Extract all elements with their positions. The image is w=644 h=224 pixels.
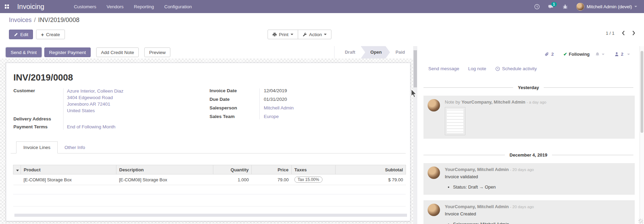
create-button[interactable]: + Create [36, 30, 65, 39]
table-row[interactable]: [E-COM08] Storage Box [E-COM08] Storage … [13, 174, 406, 185]
empty-row-separator [13, 194, 406, 194]
avatar[interactable] [428, 99, 440, 111]
chatter-message-note: Note by YourCompany, Mitchell Admin - a … [423, 96, 635, 139]
status-step-paid[interactable]: Paid [390, 46, 410, 58]
customer-name-link[interactable]: Azure Interior, Colleen Diaz [67, 88, 201, 94]
bell-icon[interactable] [595, 52, 600, 57]
menu-item-reporting[interactable]: Reporting [134, 4, 154, 9]
customer-label: Customer [13, 88, 63, 114]
topbar-right: 1 Mitchell Admin (devel) [534, 3, 644, 11]
salesperson-value[interactable]: Mitchell Admin [264, 105, 294, 110]
delivery-address-label: Delivery Address [13, 116, 63, 122]
scrollbar-thumb[interactable] [414, 50, 417, 87]
chevron-down-icon [602, 54, 605, 55]
chevron-down-icon [324, 34, 327, 35]
tax-badge[interactable]: Tax 15.00% [294, 177, 323, 183]
cell-quantity[interactable]: 1.000 [213, 174, 252, 185]
chatter-message: YourCompany, Mitchell Admin - 20 days ag… [423, 200, 635, 224]
payment-terms-label: Payment Terms [13, 124, 63, 130]
invoice-number-title: INV/2019/0008 [13, 72, 73, 83]
send-print-button[interactable]: Send & Print [6, 47, 42, 57]
cell-description[interactable]: [E-COM08] Storage Box [116, 174, 213, 185]
message-timestamp: - a day ago [527, 100, 546, 104]
log-note-link[interactable]: Log note [468, 66, 486, 71]
status-step-draft[interactable]: Draft [339, 46, 361, 58]
message-body: Invoice Created [445, 211, 631, 217]
due-date-label: Due Date [210, 96, 259, 102]
menu-item-configuration[interactable]: Configuration [164, 4, 192, 9]
invoice-sheet: INV/2019/0008 Customer Azure Interior, C… [6, 63, 410, 221]
preview-button[interactable]: Preview [144, 47, 170, 57]
sales-team-value[interactable]: Europe [264, 114, 279, 119]
salesperson-label: Salesperson [210, 105, 259, 111]
followers-button[interactable]: 2 [614, 52, 630, 57]
payment-terms-value[interactable]: End of Following Month [67, 124, 115, 129]
top-menu: Customers Vendors Reporting Configuratio… [74, 4, 192, 9]
pager-previous-icon[interactable] [621, 30, 625, 36]
sales-team-label: Sales Team [210, 114, 259, 119]
messages-icon[interactable]: 1 [548, 4, 554, 10]
top-navbar: Invoicing Customers Vendors Reporting Co… [0, 0, 644, 13]
message-author[interactable]: YourCompany, Mitchell Admin [445, 167, 509, 172]
empty-row-separator [13, 206, 406, 206]
avatar[interactable] [428, 167, 440, 179]
avatar[interactable] [428, 204, 440, 216]
odoo-invoicing-window: Invoicing Customers Vendors Reporting Co… [0, 0, 644, 224]
column-header-subtotal[interactable]: Subtotal [336, 165, 406, 174]
date-divider: Yesterday [423, 85, 633, 90]
column-header-price[interactable]: Price [252, 165, 292, 174]
message-header: YourCompany, Mitchell Admin - 20 days ag… [445, 204, 631, 210]
check-icon: ✔ [563, 52, 567, 57]
action-button[interactable]: Action [298, 30, 332, 39]
message-timestamp: - 20 days ago [510, 168, 534, 172]
message-header: YourCompany, Mitchell Admin - 20 days ag… [445, 167, 631, 173]
menu-item-vendors[interactable]: Vendors [106, 4, 124, 9]
form-vertical-scrollbar[interactable] [413, 46, 417, 224]
column-header-taxes[interactable]: Taxes [292, 165, 336, 174]
breadcrumb-invoices-link[interactable]: Invoices [9, 17, 32, 23]
chatter-topbar: 2 ✔ Following 2 [417, 46, 640, 57]
column-header-description[interactable]: Description [116, 165, 213, 174]
user-avatar [576, 3, 584, 11]
grid-icon [5, 4, 9, 9]
message-body: Invoice validated [445, 174, 631, 180]
column-header-product[interactable]: Product [21, 165, 116, 174]
invoice-lines-table: Product Description Quantity Price Taxes… [13, 165, 406, 185]
edit-button[interactable]: Edit [9, 30, 33, 39]
column-header-quantity[interactable]: Quantity [213, 165, 252, 174]
add-credit-note-button[interactable]: Add Credit Note [96, 47, 139, 57]
pager: 1 / 1 [606, 30, 636, 36]
app-name[interactable]: Invoicing [17, 3, 44, 11]
following-button[interactable]: ✔ Following [563, 52, 605, 57]
tab-other-info[interactable]: Other Info [58, 142, 92, 153]
tracking-value: Salesperson: Mitchell Admin [453, 222, 631, 224]
sort-caret-cell[interactable] [13, 165, 21, 174]
send-message-link[interactable]: Send message [428, 66, 459, 71]
scrollbar-thumb[interactable] [641, 51, 643, 133]
breadcrumb-current: INV/2019/0008 [38, 17, 79, 23]
invoice-date-value: 12/04/2019 [259, 88, 357, 94]
status-step-open[interactable]: Open [361, 46, 390, 58]
menu-item-customers[interactable]: Customers [74, 4, 96, 9]
tab-invoice-lines[interactable]: Invoice Lines [16, 141, 58, 153]
apps-menu-icon[interactable] [0, 0, 14, 13]
cell-product[interactable]: [E-COM08] Storage Box [21, 174, 116, 185]
attachment-thumbnail[interactable] [445, 107, 465, 135]
attachments-button[interactable]: 2 [544, 52, 554, 57]
register-payment-button[interactable]: Register Payment [44, 47, 91, 57]
message-author[interactable]: YourCompany, Mitchell Admin [445, 204, 509, 209]
chatter-vertical-scrollbar[interactable] [640, 46, 644, 224]
schedule-activity-link[interactable]: Schedule activity [495, 66, 537, 71]
pager-next-icon[interactable] [632, 30, 636, 36]
resize-grip[interactable] [639, 219, 643, 223]
print-button[interactable]: Print [268, 30, 298, 39]
user-name: Mitchell Admin (devel) [587, 4, 632, 9]
chatter-panel: 2 ✔ Following 2 Send message Log note [417, 46, 640, 224]
user-menu[interactable]: Mitchell Admin (devel) [576, 3, 637, 11]
activities-clock-icon[interactable] [534, 4, 540, 10]
cell-price[interactable]: 79.00 [252, 174, 292, 185]
message-author[interactable]: YourCompany, Mitchell Admin [461, 99, 525, 105]
debug-bug-icon[interactable] [562, 4, 568, 10]
horizontal-scrollbar[interactable] [14, 214, 407, 217]
breadcrumb: Invoices/INV/2019/0008 [9, 17, 79, 24]
